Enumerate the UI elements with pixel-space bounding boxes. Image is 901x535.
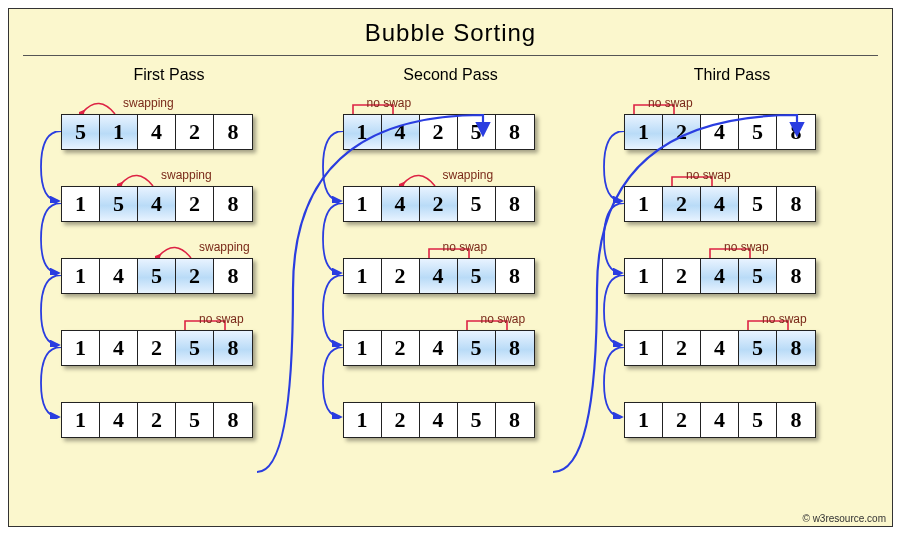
array-row: 1 2 4 5 8 (343, 402, 535, 438)
step: swapping 1 5 4 2 8 (61, 186, 299, 222)
step: swapping 1 4 2 5 8 (343, 186, 581, 222)
noswap-label: no swap (199, 312, 244, 326)
cell: 2 (382, 259, 420, 293)
cell: 4 (701, 331, 739, 365)
cell: 2 (138, 331, 176, 365)
cell: 2 (663, 115, 701, 149)
cell: 4 (138, 115, 176, 149)
step: 1 4 2 5 8 (61, 402, 299, 438)
cell: 1 (344, 115, 382, 149)
cell: 8 (214, 115, 252, 149)
cell: 1 (344, 259, 382, 293)
cell: 5 (458, 187, 496, 221)
cell: 2 (420, 115, 458, 149)
cell: 4 (701, 115, 739, 149)
array-row: 1 2 4 5 8 (624, 186, 816, 222)
array-row: 1 2 4 5 8 (624, 402, 816, 438)
step: no swap 1 2 4 5 8 (624, 186, 862, 222)
step-connector-icon (602, 275, 624, 345)
cell: 1 (625, 331, 663, 365)
step-connector-icon (602, 131, 624, 201)
copyright: © w3resource.com (802, 513, 886, 524)
step-connector-icon (321, 131, 343, 201)
cell: 5 (458, 259, 496, 293)
cell: 8 (777, 403, 815, 437)
noswap-label: no swap (481, 312, 526, 326)
pass-column-2: Second Pass no swap 1 4 2 5 8 swapping 1 (321, 60, 581, 438)
array-row: 1 4 2 5 8 (343, 186, 535, 222)
cell: 8 (777, 259, 815, 293)
cell: 2 (663, 403, 701, 437)
cell: 5 (739, 187, 777, 221)
cell: 1 (344, 187, 382, 221)
cell: 5 (138, 259, 176, 293)
cell: 4 (100, 259, 138, 293)
cell: 5 (100, 187, 138, 221)
step-connector-icon (39, 347, 61, 417)
array-row: 1 2 4 5 8 (343, 258, 535, 294)
cell: 8 (496, 259, 534, 293)
swap-arrow-icon (155, 244, 195, 258)
cell: 2 (382, 403, 420, 437)
cell: 4 (701, 403, 739, 437)
cell: 4 (701, 187, 739, 221)
cell: 1 (344, 331, 382, 365)
pass-title: Third Pass (602, 66, 862, 84)
cell: 5 (458, 403, 496, 437)
step: 1 2 4 5 8 (624, 402, 862, 438)
cell: 2 (176, 115, 214, 149)
step-connector-icon (321, 275, 343, 345)
cell: 4 (100, 331, 138, 365)
cell: 8 (496, 403, 534, 437)
step-connector-icon (39, 203, 61, 273)
swap-label: swapping (161, 168, 212, 182)
cell: 5 (458, 331, 496, 365)
cell: 2 (420, 187, 458, 221)
array-row: 1 4 2 5 8 (343, 114, 535, 150)
cell: 1 (62, 259, 100, 293)
array-row: 1 4 5 2 8 (61, 258, 253, 294)
cell: 8 (214, 187, 252, 221)
cell: 8 (777, 115, 815, 149)
array-row: 1 2 4 5 8 (343, 330, 535, 366)
cell: 4 (382, 115, 420, 149)
diagram-frame: Bubble Sorting First Pass swapping 5 1 4… (8, 8, 893, 527)
cell: 1 (100, 115, 138, 149)
cell: 8 (496, 115, 534, 149)
noswap-label: no swap (367, 96, 412, 110)
array-row: 1 4 2 5 8 (61, 330, 253, 366)
cell: 8 (777, 331, 815, 365)
cell: 1 (62, 331, 100, 365)
cell: 5 (62, 115, 100, 149)
array-row: 5 1 4 2 8 (61, 114, 253, 150)
cell: 5 (739, 259, 777, 293)
cell: 5 (458, 115, 496, 149)
cell: 2 (663, 331, 701, 365)
cell: 1 (625, 115, 663, 149)
step: no swap 1 4 2 5 8 (343, 114, 581, 150)
cell: 4 (701, 259, 739, 293)
swap-arrow-icon (399, 172, 439, 186)
noswap-label: no swap (443, 240, 488, 254)
step-connector-icon (39, 275, 61, 345)
step: no swap 1 4 2 5 8 (61, 330, 299, 366)
cell: 2 (663, 187, 701, 221)
step: no swap 1 2 4 5 8 (343, 330, 581, 366)
array-row: 1 4 2 5 8 (61, 402, 253, 438)
cell: 4 (138, 187, 176, 221)
cell: 8 (214, 331, 252, 365)
cell: 4 (382, 187, 420, 221)
cell: 5 (176, 331, 214, 365)
cell: 2 (663, 259, 701, 293)
step: no swap 1 2 4 5 8 (624, 114, 862, 150)
cell: 2 (176, 259, 214, 293)
cell: 4 (100, 403, 138, 437)
swap-label: swapping (443, 168, 494, 182)
cell: 8 (214, 403, 252, 437)
step: no swap 1 2 4 5 8 (343, 258, 581, 294)
step-connector-icon (39, 131, 61, 201)
cell: 8 (214, 259, 252, 293)
noswap-label: no swap (762, 312, 807, 326)
step: no swap 1 2 4 5 8 (624, 258, 862, 294)
cell: 5 (739, 331, 777, 365)
